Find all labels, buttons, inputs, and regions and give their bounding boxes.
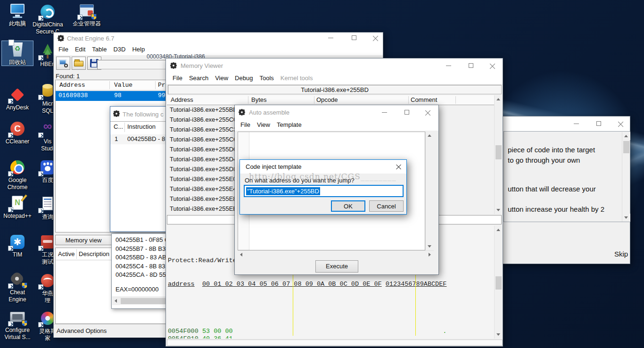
scrollbar-thumb[interactable] xyxy=(121,298,173,304)
column-bytes[interactable]: Bytes xyxy=(251,96,267,103)
menu-item[interactable]: Tools xyxy=(259,75,273,82)
maximize-button[interactable] xyxy=(594,120,605,128)
icon-label: CCleaner xyxy=(2,138,33,145)
register-value: EAX=00000000 xyxy=(116,286,158,293)
close-button[interactable] xyxy=(615,120,627,128)
desktop-icon-this-pc[interactable]: 此电脑 xyxy=(2,3,33,27)
menu-item[interactable]: File xyxy=(240,121,250,128)
maximize-button[interactable] xyxy=(466,62,477,70)
menu-item[interactable]: File xyxy=(58,46,68,53)
desktop-icon-digitalchina[interactable]: DigitalChinaSecure C xyxy=(33,4,63,35)
menu-item[interactable]: Template xyxy=(277,121,302,128)
code-inject-dialog: Code inject template On what address do … xyxy=(239,159,407,215)
desktop-icon-anydesk[interactable]: AnyDesk xyxy=(2,87,33,111)
mv-status-bar xyxy=(167,340,503,346)
mv-titlebar[interactable]: Memory Viewer xyxy=(166,58,503,73)
jump-address-input[interactable]: "Tutorial-i386.exe"+255BD xyxy=(244,185,404,197)
open-table-button[interactable] xyxy=(72,57,86,70)
select-process-button[interactable] xyxy=(56,57,70,70)
column-opcode[interactable]: Opcode xyxy=(316,96,338,103)
scroll-down-arrow[interactable] xyxy=(622,214,630,222)
menu-item[interactable]: View xyxy=(257,121,270,128)
menu-item[interactable]: Search xyxy=(189,75,208,82)
close-icon[interactable] xyxy=(395,163,403,170)
close-button[interactable] xyxy=(487,62,498,70)
scrollbar-thumb[interactable] xyxy=(623,141,629,153)
column-address[interactable]: Address xyxy=(171,96,193,103)
cheat-engine-icon xyxy=(9,272,26,288)
tutorial-text-panel: piece of code into the target to go thro… xyxy=(504,131,630,222)
cancel-button[interactable]: Cancel xyxy=(369,200,404,212)
column-active[interactable]: Active xyxy=(58,250,74,257)
menu-item[interactable]: Edit xyxy=(75,46,85,53)
desktop-icon-notepadpp[interactable]: N Notepad++ xyxy=(2,195,33,220)
column-comment[interactable]: Comment xyxy=(411,96,437,103)
scroll-left-arrow[interactable] xyxy=(112,297,120,305)
column-value[interactable]: Value xyxy=(114,82,132,89)
desktop-icon-ccleaner[interactable]: C CCleaner xyxy=(2,121,33,145)
scroll-up-arrow[interactable] xyxy=(495,95,503,103)
minimize-button[interactable] xyxy=(443,62,454,70)
recycle-bin-icon: ♻ xyxy=(9,41,26,58)
shortcut-arrow-icon xyxy=(8,207,13,212)
menu-item[interactable]: File xyxy=(173,75,182,82)
tutorial-titlebar[interactable] xyxy=(501,116,630,131)
menu-item[interactable]: View xyxy=(215,75,228,82)
close-button[interactable] xyxy=(422,108,434,116)
desktop-icon-configure-virtual[interactable]: ConfigureVirtual S... xyxy=(2,309,33,341)
mv-address-bar[interactable]: Tutorial-i386.exe+255BD xyxy=(168,85,502,94)
minimize-button[interactable] xyxy=(325,34,337,42)
desktop: 此电脑 ♻ 回收站 AnyDesk C CCleaner GoogleChrom… xyxy=(0,0,644,348)
disassembler-header[interactable]: Address Bytes Opcode Comment xyxy=(167,95,494,105)
desktop-icon-recycle-bin[interactable]: ♻ 回收站 xyxy=(2,41,33,66)
scroll-up-arrow[interactable] xyxy=(426,132,434,140)
scrollbar-thumb[interactable] xyxy=(495,145,502,159)
scroll-down-arrow[interactable] xyxy=(495,331,503,339)
scroll-left-arrow[interactable] xyxy=(238,251,246,259)
window-title: Cheat Engine 6.7 xyxy=(67,35,114,42)
editor-hscrollbar[interactable] xyxy=(238,250,434,258)
menu-item[interactable]: D3D xyxy=(113,46,125,53)
menu-item[interactable]: Table xyxy=(92,46,107,53)
maximize-button[interactable] xyxy=(349,34,360,42)
menu-item[interactable]: Kernel tools xyxy=(281,75,313,82)
selected-input-text: "Tutorial-i386.exe"+255BD xyxy=(246,187,320,195)
maximize-button[interactable] xyxy=(402,108,413,116)
column-address[interactable]: Address xyxy=(59,82,85,89)
aa-titlebar[interactable]: Auto assemble xyxy=(235,105,438,119)
minimize-button[interactable] xyxy=(379,108,390,116)
skip-link[interactable]: Skip xyxy=(614,250,628,258)
scroll-down-arrow[interactable] xyxy=(495,206,503,214)
shortcut-arrow-icon xyxy=(38,284,43,290)
execute-button[interactable]: Execute xyxy=(315,260,358,273)
this-pc-icon xyxy=(9,3,26,19)
desktop-icon-google-chrome[interactable]: GoogleChrome xyxy=(2,159,33,191)
hex-scrollbar[interactable] xyxy=(494,226,503,339)
desktop-icon-cheat-engine[interactable]: CheatEngine xyxy=(2,272,33,303)
memory-view-button[interactable]: Memory view xyxy=(55,235,112,245)
ce-titlebar[interactable]: Cheat Engine 6.7 xyxy=(54,33,383,44)
close-button[interactable] xyxy=(370,34,381,42)
column-instruction[interactable]: Instruction xyxy=(127,123,156,130)
shortcut-arrow-icon xyxy=(8,99,13,104)
scroll-up-arrow[interactable] xyxy=(495,226,503,234)
menu-item[interactable]: Help xyxy=(132,46,145,53)
scroll-up-arrow[interactable] xyxy=(622,132,630,140)
column-description[interactable]: Description xyxy=(79,250,109,257)
ok-button[interactable]: OK xyxy=(331,200,365,212)
desktop-icon-enterprise-manager[interactable]: 企业管理器 xyxy=(72,3,102,27)
scroll-right-arrow[interactable] xyxy=(426,251,434,259)
disassembler-scrollbar[interactable] xyxy=(494,95,503,214)
desktop-icon-tim[interactable]: ✱ TIM xyxy=(2,234,33,258)
minimize-button[interactable] xyxy=(571,120,582,128)
scroll-down-arrow[interactable] xyxy=(426,242,434,250)
dialog-titlebar[interactable]: Code inject template xyxy=(240,160,406,174)
aa-menubar: FileViewTemplate xyxy=(235,119,438,131)
tutorial-scrollbar[interactable] xyxy=(622,132,630,222)
hex-row[interactable]: 0054F00053 00 00 . xyxy=(168,328,494,336)
hex-row[interactable]: 0054F01040 36 41 . xyxy=(168,335,494,339)
column-count[interactable]: C... xyxy=(114,123,123,130)
editor-vscrollbar[interactable] xyxy=(425,132,434,250)
menu-item[interactable]: Debug xyxy=(235,75,253,82)
scrollbar-thumb[interactable] xyxy=(495,276,502,290)
